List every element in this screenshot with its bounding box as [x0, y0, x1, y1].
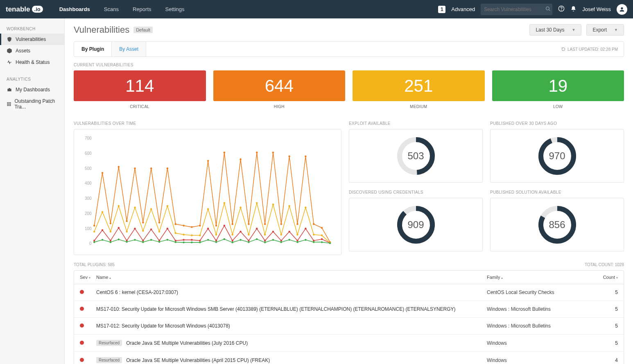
sidebar-item-vulnerabilities[interactable]: Vulnerabilities: [0, 34, 64, 45]
svg-point-105: [288, 205, 290, 207]
user-avatar[interactable]: [617, 4, 627, 15]
plugins-table: Sev▾ Name▴ Family▴ Count▾ CentOS 6 : ker…: [74, 270, 624, 364]
svg-point-115: [126, 241, 127, 242]
svg-point-140: [329, 242, 331, 244]
sidebar-label: Vulnerabilities: [16, 36, 46, 42]
user-name[interactable]: Josef Weiss: [582, 6, 611, 12]
export-dropdown[interactable]: Export ▼: [586, 24, 624, 36]
svg-point-113: [110, 241, 111, 243]
table-row[interactable]: CentOS 6 : kernel (CESA-2017:0307)CentOS…: [74, 284, 624, 301]
donut-exploit[interactable]: 503: [349, 129, 483, 183]
svg-point-32: [183, 239, 184, 241]
line-chart[interactable]: 0100200300400500600700: [74, 129, 341, 255]
svg-point-58: [150, 167, 152, 169]
tab-by-plugin[interactable]: By Plugin: [74, 42, 112, 57]
svg-point-128: [231, 242, 233, 243]
tab-by-asset[interactable]: By Asset: [112, 42, 146, 57]
svg-point-119: [158, 241, 160, 242]
table-row[interactable]: ResurfacedOracle Java SE Multiple Vulner…: [74, 352, 624, 364]
svg-point-88: [150, 208, 152, 210]
top-bar: tenable.io Dashboards Scans Reports Sett…: [0, 0, 633, 18]
svg-point-45: [288, 231, 290, 232]
nav-scans[interactable]: Scans: [104, 6, 119, 12]
svg-rect-7: [7, 104, 8, 104]
svg-point-74: [280, 223, 282, 225]
section-current-vuln: CURRENT VULNERABILITIES: [74, 63, 624, 67]
svg-point-121: [175, 241, 176, 243]
card-low[interactable]: 19 LOW: [492, 70, 624, 109]
col-name[interactable]: Name▴: [96, 275, 487, 280]
col-sev[interactable]: Sev▾: [80, 275, 96, 280]
card-critical[interactable]: 114 CRITICAL: [74, 70, 206, 109]
page-title: Vulnerabilities: [74, 25, 129, 35]
table-row[interactable]: ResurfacedOracle Java SE Multiple Vulner…: [74, 335, 624, 352]
nav-settings[interactable]: Settings: [165, 6, 185, 12]
table-row[interactable]: MS17-012: Security Update for Microsoft …: [74, 318, 624, 335]
table-header-row: Sev▾ Name▴ Family▴ Count▾: [74, 271, 624, 284]
search-input[interactable]: [484, 7, 545, 12]
svg-point-24: [118, 227, 120, 228]
svg-point-86: [134, 207, 136, 208]
sidebar-item-my-dashboards[interactable]: My Dashboards: [0, 84, 64, 95]
svg-rect-6: [10, 102, 11, 103]
bell-icon[interactable]: [570, 6, 576, 13]
donut-published[interactable]: 970: [490, 129, 624, 183]
svg-point-96: [215, 234, 217, 235]
severity-dot: [80, 323, 84, 328]
svg-point-71: [256, 151, 258, 153]
svg-text:600: 600: [85, 151, 92, 156]
top-nav: Dashboards Scans Reports Settings: [59, 6, 185, 12]
sidebar-label: Health & Status: [16, 59, 50, 65]
donut-credentials[interactable]: 909: [349, 198, 483, 251]
svg-point-52: [102, 172, 103, 174]
svg-point-42: [264, 240, 266, 241]
sidebar-item-patch-tracking[interactable]: Outstanding Patch Tra...: [0, 95, 64, 113]
donut-label-solution: PUBLISHED SOLUTION AVAILABLE: [490, 190, 624, 194]
svg-point-49: [321, 238, 323, 240]
svg-point-30: [167, 228, 168, 229]
svg-rect-10: [7, 105, 8, 106]
svg-point-68: [231, 223, 233, 225]
plugin-family: Windows: [487, 340, 593, 346]
notification-count[interactable]: 1: [438, 6, 445, 13]
svg-point-126: [215, 241, 217, 243]
date-range-dropdown[interactable]: Last 30 Days ▼: [529, 24, 581, 36]
table-row[interactable]: MS17-010: Security Update for Microsoft …: [74, 301, 624, 318]
search-icon[interactable]: [545, 6, 551, 13]
advanced-link[interactable]: Advanced: [451, 6, 475, 12]
svg-point-132: [264, 242, 266, 243]
brand-logo[interactable]: tenable.io: [6, 5, 43, 14]
nav-dashboards[interactable]: Dashboards: [59, 6, 90, 12]
search-box[interactable]: [481, 4, 552, 15]
svg-point-92: [183, 234, 184, 235]
line-chart-svg: 0100200300400500600700: [81, 136, 335, 248]
tabs: By Plugin By Asset LAST UPDATED: 02:28 P…: [74, 41, 624, 57]
sidebar: WORKBENCH Vulnerabilities Assets Health …: [0, 18, 65, 364]
col-count[interactable]: Count▾: [593, 275, 618, 280]
svg-point-81: [93, 231, 95, 232]
svg-point-129: [240, 239, 241, 241]
col-family[interactable]: Family▴: [487, 275, 593, 280]
svg-rect-4: [7, 102, 8, 103]
plugin-count: 4: [593, 357, 618, 363]
plugin-count: 5: [593, 306, 618, 312]
nav-reports[interactable]: Reports: [133, 6, 151, 12]
sidebar-item-health[interactable]: Health & Status: [0, 57, 64, 68]
donut-col-1: EXPLOIT AVAILABLE 503 DISCOVERED USING C…: [349, 121, 483, 255]
svg-point-51: [93, 225, 95, 226]
severity-dot: [80, 307, 84, 311]
donut-solution[interactable]: 856: [490, 198, 624, 251]
card-high[interactable]: 644 HIGH: [213, 70, 346, 109]
svg-point-53: [110, 222, 111, 224]
sidebar-item-assets[interactable]: Assets: [0, 45, 64, 57]
help-icon[interactable]: [558, 5, 565, 13]
svg-point-22: [102, 229, 103, 231]
svg-line-1: [549, 9, 550, 11]
resurfaced-badge: Resurfaced: [96, 357, 122, 363]
svg-point-133: [272, 239, 274, 241]
total-count: TOTAL COUNT: 1028: [585, 262, 624, 267]
svg-point-130: [248, 241, 249, 243]
card-medium[interactable]: 251 MEDIUM: [353, 70, 485, 109]
refresh-icon: [561, 47, 565, 51]
table-header-meta: TOTAL PLUGINS: 585 TOTAL COUNT: 1028: [74, 262, 624, 267]
